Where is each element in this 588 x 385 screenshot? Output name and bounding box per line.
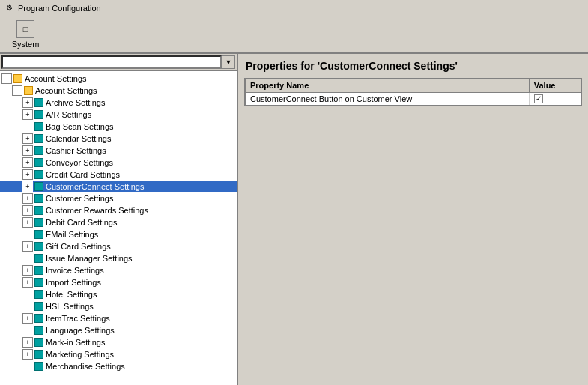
tree-item-issue-manager[interactable]: Issue Manager Settings	[0, 252, 237, 264]
tree-container[interactable]: - Account Settings - Account Settings + …	[0, 71, 237, 385]
title-bar-text: Program Configuration	[18, 4, 101, 13]
spacer-bag-scan	[22, 121, 33, 132]
icon-invoice	[34, 266, 43, 275]
expander-calendar[interactable]: +	[22, 133, 33, 144]
icon-import	[34, 278, 43, 287]
tree-root[interactable]: - Account Settings	[0, 73, 237, 85]
property-value-cell[interactable]: ✓	[529, 92, 581, 106]
label-debit-card: Debit Card Settings	[46, 218, 117, 227]
app-icon: ⚙	[3, 2, 15, 14]
label-customer: Customer Settings	[46, 194, 113, 203]
icon-bag-scan	[34, 122, 43, 131]
icon-gift-card	[34, 242, 43, 251]
tree-item-cashier[interactable]: + Cashier Settings	[0, 145, 237, 157]
tree-item-itemtrac[interactable]: + ItemTrac Settings	[0, 312, 237, 324]
checkbox-container[interactable]: ✓	[534, 94, 576, 103]
spacer-email	[22, 229, 33, 240]
tree-item-email[interactable]: EMail Settings	[0, 228, 237, 240]
icon-merchandise	[34, 362, 43, 371]
icon-marketing	[34, 350, 43, 359]
icon-cashier	[34, 146, 43, 155]
icon-calendar	[34, 134, 43, 143]
label-credit-card: Credit Card Settings	[46, 170, 120, 179]
label-issue-manager: Issue Manager Settings	[46, 254, 133, 263]
expander-invoice[interactable]: +	[22, 265, 33, 276]
expander-itemtrac[interactable]: +	[22, 313, 33, 324]
icon-hotel	[34, 290, 43, 299]
tree-item-account-settings[interactable]: - Account Settings	[0, 85, 237, 97]
tree-item-archive[interactable]: + Archive Settings	[0, 97, 237, 109]
expander-archive[interactable]: +	[22, 97, 33, 108]
label-merchandise: Merchandise Settings	[46, 362, 125, 371]
icon-ar	[34, 110, 43, 119]
tree-item-debit-card[interactable]: + Debit Card Settings	[0, 216, 237, 228]
icon-credit-card	[34, 170, 43, 179]
root-expander[interactable]: -	[1, 73, 12, 84]
tree-item-merchandise[interactable]: Merchandise Settings	[0, 360, 237, 372]
col-property-name: Property Name	[245, 79, 529, 92]
expander-debit-card[interactable]: +	[22, 217, 33, 228]
left-panel: ▼ - Account Settings - Account Settings …	[0, 54, 238, 385]
icon-email	[34, 230, 43, 239]
tree-item-gift-card[interactable]: + Gift Card Settings	[0, 240, 237, 252]
expander-marketing[interactable]: +	[22, 349, 33, 360]
tree-item-marketing[interactable]: + Marketing Settings	[0, 348, 237, 360]
spacer-hotel	[22, 289, 33, 300]
expander-ar[interactable]: +	[22, 109, 33, 120]
expander-account-settings[interactable]: -	[12, 85, 22, 96]
expander-customer[interactable]: +	[22, 193, 33, 204]
label-marketing: Marketing Settings	[46, 350, 114, 359]
checkbox-mark[interactable]: ✓	[534, 94, 543, 103]
label-hsl: HSL Settings	[46, 302, 94, 311]
tree-item-hsl[interactable]: HSL Settings	[0, 300, 237, 312]
label-itemtrac: ItemTrac Settings	[46, 314, 110, 323]
spacer-hsl	[22, 301, 33, 312]
icon-hsl	[34, 302, 43, 311]
expander-import[interactable]: +	[22, 277, 33, 288]
label-invoice: Invoice Settings	[46, 266, 104, 275]
icon-customer-rewards	[34, 206, 43, 215]
label-conveyor: Conveyor Settings	[46, 158, 113, 167]
property-name-text: CustomerConnect Button on Customer View	[250, 94, 412, 103]
tree-item-customerconnect[interactable]: + CustomerConnect Settings	[0, 181, 237, 192]
label-import: Import Settings	[46, 278, 101, 287]
search-input[interactable]	[1, 55, 222, 69]
icon-customer	[34, 194, 43, 203]
tree-item-customer-rewards[interactable]: + Customer Rewards Settings	[0, 204, 237, 216]
expander-customerconnect[interactable]: +	[22, 181, 33, 192]
tree-item-import[interactable]: + Import Settings	[0, 276, 237, 288]
search-dropdown[interactable]: ▼	[222, 55, 235, 69]
tree-item-ar[interactable]: + A/R Settings	[0, 109, 237, 121]
tree-item-invoice[interactable]: + Invoice Settings	[0, 264, 237, 276]
expander-mark-in[interactable]: +	[22, 337, 33, 348]
spacer-language	[22, 325, 33, 336]
tree-item-conveyor[interactable]: + Conveyor Settings	[0, 157, 237, 169]
icon-archive	[34, 98, 43, 107]
label-mark-in: Mark-in Settings	[46, 338, 105, 347]
label-account-settings: Account Settings	[35, 86, 97, 95]
expander-customer-rewards[interactable]: +	[22, 205, 33, 216]
main-container: ▼ - Account Settings - Account Settings …	[0, 54, 588, 385]
tree-item-calendar[interactable]: + Calendar Settings	[0, 133, 237, 145]
icon-conveyor	[34, 158, 43, 167]
tree-item-bag-scan[interactable]: Bag Scan Settings	[0, 121, 237, 133]
tree-item-customer[interactable]: + Customer Settings	[0, 192, 237, 204]
tree-item-credit-card[interactable]: + Credit Card Settings	[0, 169, 237, 181]
icon-customerconnect	[34, 182, 43, 191]
expander-credit-card[interactable]: +	[22, 169, 33, 180]
label-language: Language Settings	[46, 326, 115, 335]
system-button[interactable]: □ System	[3, 19, 48, 50]
label-bag-scan: Bag Scan Settings	[46, 122, 114, 131]
title-bar: ⚙ Program Configuration	[0, 0, 588, 16]
expander-cashier[interactable]: +	[22, 145, 33, 156]
icon-account-settings	[24, 86, 33, 95]
icon-language	[34, 326, 43, 335]
label-archive: Archive Settings	[46, 98, 105, 107]
search-bar: ▼	[0, 54, 237, 71]
label-customer-rewards: Customer Rewards Settings	[46, 206, 148, 215]
tree-item-mark-in[interactable]: + Mark-in Settings	[0, 336, 237, 348]
tree-item-hotel[interactable]: Hotel Settings	[0, 288, 237, 300]
tree-item-language[interactable]: Language Settings	[0, 324, 237, 336]
expander-conveyor[interactable]: +	[22, 157, 33, 168]
expander-gift-card[interactable]: +	[22, 241, 33, 252]
